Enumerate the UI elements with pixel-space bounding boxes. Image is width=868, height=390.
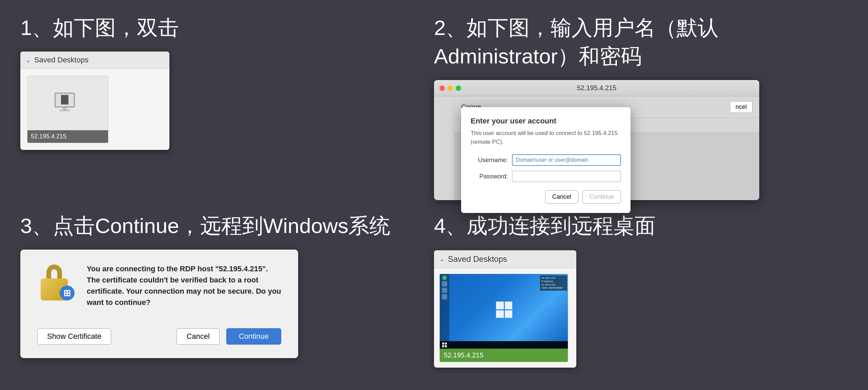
win-logo-piece-1 xyxy=(496,301,504,309)
section2-label: 2、如下图，输入用户名（默认Administrator）和密码 xyxy=(434,14,848,71)
win-sidebar-left xyxy=(440,274,449,341)
section-2: 2、如下图，输入用户名（默认Administrator）和密码 52.195.4… xyxy=(434,14,848,201)
section4-label: 4、成功连接到远程桌面 xyxy=(434,212,848,240)
svg-rect-3 xyxy=(59,110,70,111)
lock-icon-container: ⊞ xyxy=(37,263,75,300)
password-row: Password: xyxy=(471,171,621,182)
connected-desktop-label: 52.195.4.215 xyxy=(440,349,568,362)
credential-cancel-button[interactable]: Cancel xyxy=(545,190,578,203)
mac-maximize-button[interactable] xyxy=(456,85,461,91)
cert-warning-text-container: You are connecting to the RDP host "52.1… xyxy=(87,263,281,308)
cert-dialog-body: ⊞ You are connecting to the RDP host "52… xyxy=(37,263,281,308)
rdp-window-content: 52.195.4.215 xyxy=(20,69,169,150)
svg-rect-5 xyxy=(442,343,444,345)
section-1: 1、如下图，双击 ⌄ Saved Desktops xyxy=(20,14,434,201)
mac-close-button[interactable] xyxy=(439,85,445,91)
saved-desktops-panel: ⌄ Saved Desktops xyxy=(434,250,576,368)
saved-desktops-title: Saved Desktops xyxy=(448,254,507,264)
lock-shackle-icon xyxy=(46,265,62,280)
connected-desktop-tile[interactable]: 52.195.4.215 IP Address: 52.195.4.215 Us… xyxy=(439,274,568,362)
section3-label: 3、点击Continue，远程到Windows系统 xyxy=(20,212,414,240)
rdp-badge-icon: ⊞ xyxy=(60,286,75,300)
win-logo-piece-2 xyxy=(505,301,513,309)
credential-continue-button[interactable]: Continue xyxy=(582,190,621,203)
mac-window-title: 52.195.4.215 xyxy=(577,84,617,92)
svg-rect-6 xyxy=(445,343,447,345)
monitor-icon xyxy=(54,92,81,114)
rdp-saved-desktops-window: ⌄ Saved Desktops 52.195.4.215 xyxy=(20,52,169,150)
win-icon-2 xyxy=(442,288,447,293)
credential-dialog-description: This user account will be used to connec… xyxy=(471,129,621,146)
svg-rect-8 xyxy=(445,345,447,347)
cert-warning-text: You are connecting to the RDP host "52.1… xyxy=(87,263,281,308)
windows-logo-container xyxy=(496,301,512,318)
win-taskbar xyxy=(440,341,568,349)
section-4: 4、成功连接到远程桌面 ⌄ Saved Desktops xyxy=(434,201,848,368)
mac-sidebar xyxy=(434,96,454,200)
windows-logo-icon xyxy=(496,301,512,318)
saved-desktops-header: ⌄ Saved Desktops xyxy=(434,250,576,268)
win-icon-green xyxy=(442,275,447,280)
chevron-down-icon: ⌄ xyxy=(26,56,31,64)
win-info-panel: 52.195.4.215 IP Address: 52.195.4.215 Us… xyxy=(540,275,567,291)
rdp-window-header: ⌄ Saved Desktops xyxy=(20,52,169,69)
desktop-tile-label: 52.195.4.215 xyxy=(27,130,108,143)
username-input[interactable] xyxy=(512,154,621,166)
credential-dialog-buttons: Cancel Continue xyxy=(471,190,621,203)
windows-desktop-preview: 52.195.4.215 IP Address: 52.195.4.215 Us… xyxy=(440,274,568,349)
mac-cancel-button[interactable]: ncel xyxy=(730,101,752,113)
mac-titlebar: 52.195.4.215 xyxy=(434,80,759,96)
mac-minimize-button[interactable] xyxy=(448,85,453,91)
win-logo-piece-3 xyxy=(496,310,504,318)
cert-cancel-button[interactable]: Cancel xyxy=(177,328,219,345)
desktop-preview xyxy=(27,76,108,130)
cert-right-buttons: Cancel Continue xyxy=(177,328,281,345)
cert-dialog-actions: Show Certificate Cancel Continue xyxy=(37,328,281,345)
win-start-icon xyxy=(440,341,449,349)
rdp-window-title: Saved Desktops xyxy=(34,56,88,64)
win-logo-piece-4 xyxy=(505,310,513,318)
certificate-warning-dialog: ⊞ You are connecting to the RDP host "52… xyxy=(20,250,298,358)
credential-dialog: Enter your user account This user accoun… xyxy=(461,107,631,213)
section1-label: 1、如下图，双击 xyxy=(20,14,414,42)
password-input[interactable] xyxy=(512,171,621,182)
svg-rect-7 xyxy=(442,345,444,347)
win-icon-3 xyxy=(442,294,447,299)
mac-traffic-lights xyxy=(439,85,461,91)
svg-rect-2 xyxy=(63,107,67,110)
saved-desktops-content: 52.195.4.215 IP Address: 52.195.4.215 Us… xyxy=(434,268,576,368)
credential-dialog-title: Enter your user account xyxy=(471,117,621,125)
desktop-tile[interactable]: 52.195.4.215 xyxy=(27,76,108,143)
password-label: Password: xyxy=(471,173,508,180)
cert-continue-button[interactable]: Continue xyxy=(226,328,281,345)
win-icon-1 xyxy=(442,281,447,287)
section-3: 3、点击Continue，远程到Windows系统 ⊞ You are conn… xyxy=(20,201,434,368)
chevron-down-icon-2: ⌄ xyxy=(439,255,445,263)
username-label: Username: xyxy=(471,157,508,164)
username-row: Username: xyxy=(471,154,621,166)
show-certificate-button[interactable]: Show Certificate xyxy=(37,328,111,345)
svg-rect-4 xyxy=(61,95,68,104)
